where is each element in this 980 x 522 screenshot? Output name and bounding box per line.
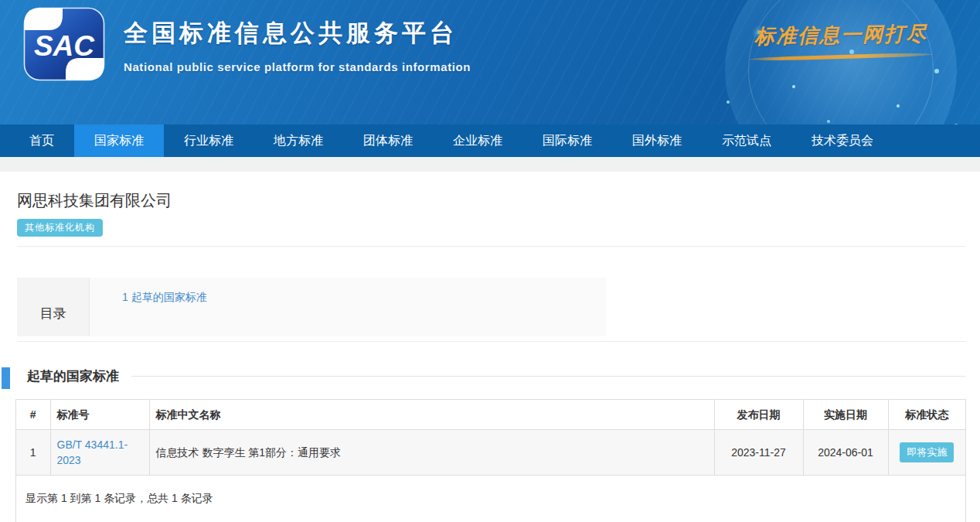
section-rule-line (131, 376, 966, 377)
col-header-implement-date: 实施日期 (803, 400, 888, 430)
sac-logo-icon: SAC (23, 7, 105, 81)
cell-implement-date: 2024-06-01 (803, 430, 888, 476)
records-summary: 显示第 1 到第 1 条记录，总共 1 条记录 (16, 476, 965, 522)
divider (17, 341, 966, 342)
standard-number-link[interactable]: GB/T 43441.1-2023 (57, 438, 128, 466)
main-navbar: 首页 国家标准 行业标准 地方标准 团体标准 企业标准 国际标准 国外标准 示范… (0, 125, 980, 157)
nav-item-foreign-standards[interactable]: 国外标准 (612, 125, 702, 157)
nav-item-local-standards[interactable]: 地方标准 (254, 125, 343, 157)
nav-list: 首页 国家标准 行业标准 地方标准 团体标准 企业标准 国际标准 国外标准 示范… (0, 125, 980, 157)
brand-block: 全国标准信息公共服务平台 National public service pla… (124, 17, 471, 73)
section-header: 起草的国家标准 (0, 367, 980, 385)
section-marker-bar (2, 367, 10, 389)
standards-table-container: # 标准号 标准中文名称 发布日期 实施日期 标准状态 1 GB/T 43441… (15, 399, 966, 522)
site-title: 全国标准信息公共服务平台 (124, 17, 471, 49)
toc-label: 目录 (17, 278, 89, 336)
organization-name: 网思科技集团有限公司 (17, 190, 966, 211)
nav-item-national-standards[interactable]: 国家标准 (74, 125, 164, 157)
cell-standard-name: 信息技术 数字孪生 第1部分：通用要求 (149, 430, 714, 476)
cell-index: 1 (16, 430, 50, 476)
nav-item-industry-standards[interactable]: 行业标准 (164, 125, 254, 157)
col-header-status: 标准状态 (888, 400, 965, 430)
globe-graphic (725, 0, 957, 125)
toc-link-drafted-standards[interactable]: 1 起草的国家标准 (122, 291, 207, 303)
section-title: 起草的国家标准 (27, 367, 119, 385)
table-header-row: # 标准号 标准中文名称 发布日期 实施日期 标准状态 (16, 400, 965, 430)
site-subtitle: National public service platform for sta… (124, 60, 471, 73)
cell-status: 即将实施 (888, 430, 965, 476)
col-header-standard-no: 标准号 (50, 400, 149, 430)
col-header-publish-date: 发布日期 (714, 400, 803, 430)
standards-table: # 标准号 标准中文名称 发布日期 实施日期 标准状态 1 GB/T 43441… (16, 400, 965, 476)
toc-content: 1 起草的国家标准 (89, 278, 606, 336)
site-header: SAC 全国标准信息公共服务平台 National public service… (0, 0, 980, 125)
nav-item-pilot-demo[interactable]: 示范试点 (702, 125, 791, 157)
header-content-separator (0, 157, 980, 172)
table-row: 1 GB/T 43441.1-2023 信息技术 数字孪生 第1部分：通用要求 … (16, 430, 965, 476)
col-header-index: # (16, 400, 50, 430)
nav-item-home[interactable]: 首页 (9, 125, 74, 157)
status-badge: 即将实施 (900, 442, 954, 462)
divider (17, 246, 966, 247)
organization-type-badge: 其他标准化机构 (17, 219, 103, 237)
nav-item-group-standards[interactable]: 团体标准 (343, 125, 433, 157)
sac-logo[interactable]: SAC (23, 7, 105, 84)
slogan-text: 标准信息一网打尽 (740, 20, 942, 51)
nav-item-enterprise-standards[interactable]: 企业标准 (433, 125, 522, 157)
svg-text:SAC: SAC (34, 30, 95, 62)
cell-standard-no: GB/T 43441.1-2023 (50, 430, 149, 476)
slogan-block: 标准信息一网打尽 (740, 22, 941, 59)
nav-item-international-standards[interactable]: 国际标准 (522, 125, 612, 157)
toc-box: 目录 1 起草的国家标准 (17, 278, 606, 336)
col-header-chinese-name: 标准中文名称 (149, 400, 714, 430)
cell-publish-date: 2023-11-27 (714, 430, 803, 476)
main-content: 网思科技集团有限公司 其他标准化机构 目录 1 起草的国家标准 (0, 190, 980, 342)
nav-item-technical-committee[interactable]: 技术委员会 (791, 125, 893, 157)
